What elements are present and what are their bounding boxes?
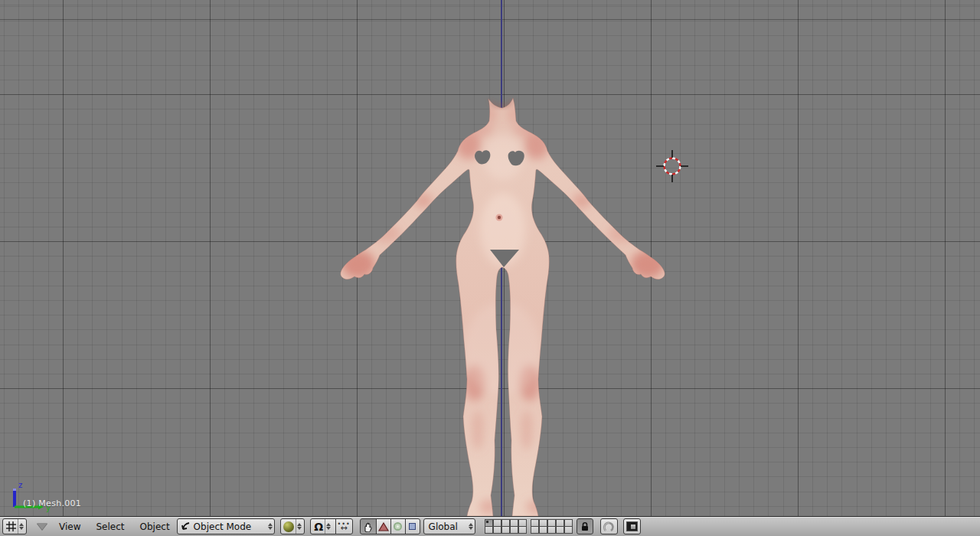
render-image-icon [626,521,638,531]
grid-editor-icon [6,521,16,531]
solid-sphere-icon [283,521,294,532]
menu-select[interactable]: Select [96,521,124,532]
spinner[interactable] [468,519,475,534]
axis-z-label: z [18,481,22,489]
menu-view[interactable]: View [59,521,80,532]
axis-orientation-widget: z y [6,479,55,516]
3d-viewport[interactable]: z y (1) Mesh.001 [0,0,980,516]
snap-magnet-button[interactable] [600,518,618,534]
layer-cell[interactable] [539,526,547,534]
layer-cell[interactable] [501,526,510,534]
spinner[interactable] [18,519,24,534]
3d-view-header: View Select Object Object Mode Ω ••• ↔ [0,516,980,536]
layer-buttons-group-1 [485,519,528,534]
manipulator-rotate-toggle[interactable] [390,518,406,534]
lock-layers-toggle[interactable] [577,518,593,534]
mesh-shading [341,106,665,515]
manipulator-scale-toggle[interactable] [405,518,420,534]
neck-cut-edge [490,100,512,106]
layer-cell[interactable] [485,526,493,534]
draw-type-dropdown[interactable] [280,518,305,534]
layer-cell[interactable] [518,526,527,534]
mode-dropdown[interactable]: Object Mode [177,518,275,534]
layer-cell[interactable] [531,526,539,534]
omega-pivot-icon: Ω [314,521,323,532]
layer-cell[interactable] [510,526,518,534]
green-circle-icon [394,522,402,531]
render-preview-button[interactable] [623,518,641,534]
manipulator-translate-toggle[interactable] [376,518,391,534]
layer-cell[interactable] [493,526,501,534]
layer-cell[interactable] [564,526,573,534]
selected-object-status: (1) Mesh.001 [23,498,81,508]
mode-dropdown-value: Object Mode [194,521,252,532]
editor-type-dropdown[interactable] [2,518,27,534]
spinner[interactable] [325,519,332,534]
pivot-dropdown[interactable]: Ω [310,518,336,534]
menu-object[interactable]: Object [140,521,170,532]
magnet-icon [603,521,614,532]
mesh-object-body[interactable] [329,90,669,516]
object-mode-arrow-icon [181,521,191,531]
navel [496,214,503,221]
blue-square-icon [409,523,416,530]
padlock-icon [580,521,590,531]
red-triangle-icon [378,522,389,531]
manipulate-centers-toggle[interactable]: ••• ↔ [335,518,353,534]
layer-cell[interactable] [556,526,564,534]
layer-buttons-group-2 [531,519,573,534]
orientation-dropdown[interactable]: Global [423,518,475,534]
3d-cursor [654,148,691,185]
layer-cell[interactable] [547,526,556,534]
spinner[interactable] [296,519,302,534]
collapse-menus-toggle[interactable] [37,523,47,530]
manipulator-hand-toggle[interactable] [360,518,377,534]
hand-icon [363,521,374,532]
centers-dots-arrow-icon: ••• ↔ [338,523,351,531]
spinner[interactable] [267,519,274,534]
orientation-dropdown-value: Global [429,521,458,532]
